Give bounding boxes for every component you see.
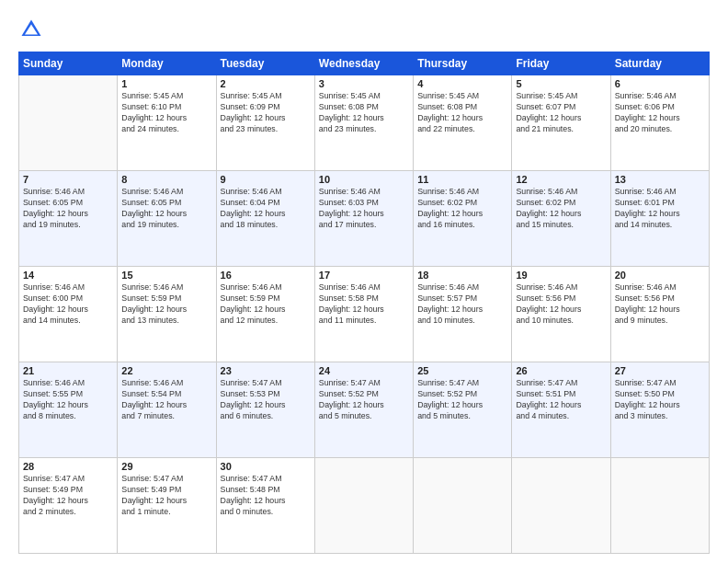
day-info: Sunrise: 5:47 AMSunset: 5:50 PMDaylight:… xyxy=(615,378,705,422)
day-info: Sunrise: 5:46 AMSunset: 6:06 PMDaylight:… xyxy=(615,91,705,135)
day-number: 20 xyxy=(615,270,705,281)
calendar-cell: 30Sunrise: 5:47 AMSunset: 5:48 PMDayligh… xyxy=(216,458,314,554)
calendar-cell: 22Sunrise: 5:46 AMSunset: 5:54 PMDayligh… xyxy=(118,362,216,458)
calendar-week-row: 1Sunrise: 5:45 AMSunset: 6:10 PMDaylight… xyxy=(19,75,710,171)
day-number: 8 xyxy=(121,174,211,185)
day-info: Sunrise: 5:46 AMSunset: 6:02 PMDaylight:… xyxy=(417,187,507,231)
calendar-cell: 28Sunrise: 5:47 AMSunset: 5:49 PMDayligh… xyxy=(19,458,118,554)
day-number: 9 xyxy=(221,174,311,185)
day-info: Sunrise: 5:46 AMSunset: 6:03 PMDaylight:… xyxy=(319,187,409,231)
day-info: Sunrise: 5:47 AMSunset: 5:49 PMDaylight:… xyxy=(121,474,211,518)
day-number: 7 xyxy=(23,174,113,185)
calendar-week-row: 7Sunrise: 5:46 AMSunset: 6:05 PMDaylight… xyxy=(19,171,710,267)
calendar-day-header: Wednesday xyxy=(314,52,413,75)
calendar-cell: 29Sunrise: 5:47 AMSunset: 5:49 PMDayligh… xyxy=(118,458,216,554)
day-info: Sunrise: 5:46 AMSunset: 5:57 PMDaylight:… xyxy=(417,282,507,327)
calendar-cell: 7Sunrise: 5:46 AMSunset: 6:05 PMDaylight… xyxy=(19,171,118,267)
calendar-cell: 3Sunrise: 5:45 AMSunset: 6:08 PMDaylight… xyxy=(314,75,413,171)
calendar-day-header: Sunday xyxy=(19,52,118,75)
day-number: 25 xyxy=(417,365,507,376)
day-number: 1 xyxy=(121,78,211,89)
day-number: 28 xyxy=(23,461,113,472)
calendar-week-row: 14Sunrise: 5:46 AMSunset: 6:00 PMDayligh… xyxy=(19,267,710,362)
calendar-week-row: 28Sunrise: 5:47 AMSunset: 5:49 PMDayligh… xyxy=(19,458,710,554)
day-number: 3 xyxy=(319,78,409,89)
day-number: 18 xyxy=(417,270,507,281)
calendar-day-header: Tuesday xyxy=(216,52,314,75)
day-info: Sunrise: 5:45 AMSunset: 6:08 PMDaylight:… xyxy=(417,91,507,135)
day-info: Sunrise: 5:47 AMSunset: 5:51 PMDaylight:… xyxy=(516,378,606,422)
page: SundayMondayTuesdayWednesdayThursdayFrid… xyxy=(0,0,728,563)
day-info: Sunrise: 5:46 AMSunset: 6:05 PMDaylight:… xyxy=(121,187,211,231)
calendar-cell: 5Sunrise: 5:45 AMSunset: 6:07 PMDaylight… xyxy=(512,75,610,171)
calendar-week-row: 21Sunrise: 5:46 AMSunset: 5:55 PMDayligh… xyxy=(19,362,710,458)
day-number: 23 xyxy=(221,365,311,376)
calendar-cell: 10Sunrise: 5:46 AMSunset: 6:03 PMDayligh… xyxy=(314,171,413,267)
calendar-cell: 13Sunrise: 5:46 AMSunset: 6:01 PMDayligh… xyxy=(610,171,709,267)
day-info: Sunrise: 5:46 AMSunset: 6:02 PMDaylight:… xyxy=(516,187,606,231)
calendar-cell xyxy=(314,458,413,554)
day-number: 14 xyxy=(23,270,113,281)
day-number: 15 xyxy=(121,270,211,281)
day-number: 19 xyxy=(516,270,606,281)
day-number: 13 xyxy=(615,174,705,185)
day-info: Sunrise: 5:46 AMSunset: 5:56 PMDaylight:… xyxy=(615,282,705,327)
calendar-cell: 16Sunrise: 5:46 AMSunset: 5:59 PMDayligh… xyxy=(216,267,314,362)
calendar-cell: 6Sunrise: 5:46 AMSunset: 6:06 PMDaylight… xyxy=(610,75,709,171)
calendar-cell: 12Sunrise: 5:46 AMSunset: 6:02 PMDayligh… xyxy=(512,171,610,267)
calendar-cell: 24Sunrise: 5:47 AMSunset: 5:52 PMDayligh… xyxy=(314,362,413,458)
day-info: Sunrise: 5:47 AMSunset: 5:52 PMDaylight:… xyxy=(319,378,409,422)
calendar-cell: 15Sunrise: 5:46 AMSunset: 5:59 PMDayligh… xyxy=(118,267,216,362)
day-number: 27 xyxy=(615,365,705,376)
calendar-table: SundayMondayTuesdayWednesdayThursdayFrid… xyxy=(18,52,710,554)
day-number: 17 xyxy=(319,270,409,281)
calendar-cell xyxy=(19,75,118,171)
calendar-cell: 19Sunrise: 5:46 AMSunset: 5:56 PMDayligh… xyxy=(512,267,610,362)
day-info: Sunrise: 5:45 AMSunset: 6:09 PMDaylight:… xyxy=(221,91,311,135)
day-number: 12 xyxy=(516,174,606,185)
calendar-cell: 23Sunrise: 5:47 AMSunset: 5:53 PMDayligh… xyxy=(216,362,314,458)
header xyxy=(18,17,710,42)
day-number: 30 xyxy=(221,461,311,472)
logo-icon xyxy=(18,17,44,42)
calendar-cell: 20Sunrise: 5:46 AMSunset: 5:56 PMDayligh… xyxy=(610,267,709,362)
calendar-cell: 2Sunrise: 5:45 AMSunset: 6:09 PMDaylight… xyxy=(216,75,314,171)
day-number: 10 xyxy=(319,174,409,185)
day-info: Sunrise: 5:46 AMSunset: 6:01 PMDaylight:… xyxy=(615,187,705,231)
day-info: Sunrise: 5:45 AMSunset: 6:08 PMDaylight:… xyxy=(319,91,409,135)
day-number: 2 xyxy=(221,78,311,89)
day-number: 21 xyxy=(23,365,113,376)
calendar-cell: 21Sunrise: 5:46 AMSunset: 5:55 PMDayligh… xyxy=(19,362,118,458)
day-info: Sunrise: 5:46 AMSunset: 6:04 PMDaylight:… xyxy=(221,187,311,231)
day-number: 22 xyxy=(121,365,211,376)
calendar-cell xyxy=(414,458,512,554)
day-info: Sunrise: 5:47 AMSunset: 5:48 PMDaylight:… xyxy=(221,474,311,518)
day-info: Sunrise: 5:47 AMSunset: 5:52 PMDaylight:… xyxy=(417,378,507,422)
day-number: 6 xyxy=(615,78,705,89)
calendar-day-header: Thursday xyxy=(414,52,512,75)
day-number: 4 xyxy=(417,78,507,89)
calendar-cell: 17Sunrise: 5:46 AMSunset: 5:58 PMDayligh… xyxy=(314,267,413,362)
day-info: Sunrise: 5:45 AMSunset: 6:07 PMDaylight:… xyxy=(516,91,606,135)
day-number: 26 xyxy=(516,365,606,376)
calendar-cell: 11Sunrise: 5:46 AMSunset: 6:02 PMDayligh… xyxy=(414,171,512,267)
day-number: 5 xyxy=(516,78,606,89)
logo xyxy=(18,17,48,42)
day-info: Sunrise: 5:47 AMSunset: 5:53 PMDaylight:… xyxy=(221,378,311,422)
calendar-header-row: SundayMondayTuesdayWednesdayThursdayFrid… xyxy=(19,52,710,75)
day-number: 29 xyxy=(121,461,211,472)
calendar-cell: 9Sunrise: 5:46 AMSunset: 6:04 PMDaylight… xyxy=(216,171,314,267)
day-number: 16 xyxy=(221,270,311,281)
day-number: 24 xyxy=(319,365,409,376)
calendar-cell: 27Sunrise: 5:47 AMSunset: 5:50 PMDayligh… xyxy=(610,362,709,458)
calendar-cell xyxy=(610,458,709,554)
calendar-cell: 26Sunrise: 5:47 AMSunset: 5:51 PMDayligh… xyxy=(512,362,610,458)
calendar-cell: 18Sunrise: 5:46 AMSunset: 5:57 PMDayligh… xyxy=(414,267,512,362)
calendar-cell: 14Sunrise: 5:46 AMSunset: 6:00 PMDayligh… xyxy=(19,267,118,362)
day-info: Sunrise: 5:46 AMSunset: 5:55 PMDaylight:… xyxy=(23,378,113,422)
calendar-cell xyxy=(512,458,610,554)
day-info: Sunrise: 5:46 AMSunset: 6:05 PMDaylight:… xyxy=(23,187,113,231)
calendar-day-header: Friday xyxy=(512,52,610,75)
day-number: 11 xyxy=(417,174,507,185)
day-info: Sunrise: 5:46 AMSunset: 5:58 PMDaylight:… xyxy=(319,282,409,327)
